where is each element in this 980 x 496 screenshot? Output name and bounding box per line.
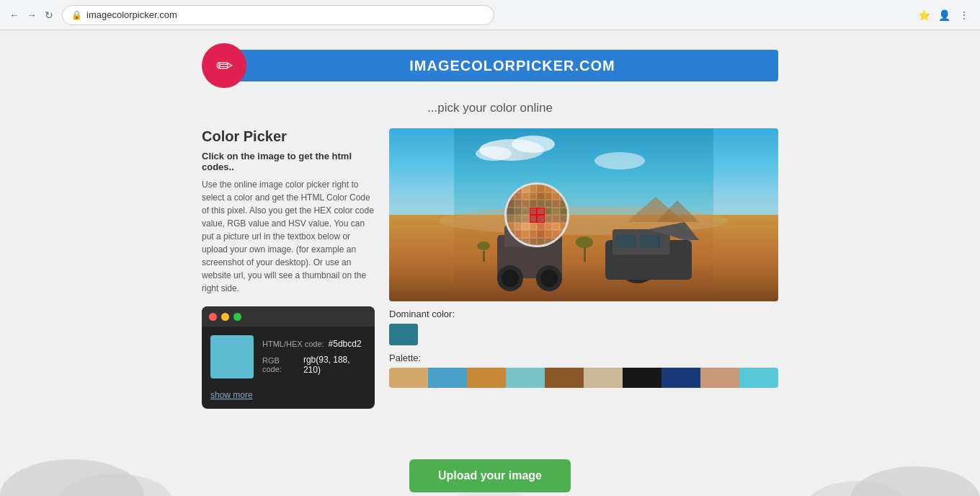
main-section: Color Picker Click on the image to get t…	[0, 128, 980, 409]
cloud-left2	[58, 474, 173, 496]
magnifier-grid	[507, 185, 567, 245]
rgb-value: rgb(93, 188, 210)	[303, 355, 366, 375]
image-container[interactable]	[389, 128, 778, 301]
palette-color-3	[506, 368, 545, 388]
palette-label: Palette:	[389, 353, 778, 363]
logo-icon: ✏	[216, 54, 233, 78]
right-panel: Dominant color: Palette:	[389, 128, 778, 388]
color-info-section: Dominant color: Palette:	[389, 301, 778, 388]
palette-color-7	[662, 368, 700, 388]
palette-color-1	[428, 368, 467, 388]
cloud-right	[850, 466, 980, 496]
svg-rect-14	[616, 235, 636, 248]
svg-point-23	[576, 236, 593, 248]
menu-btn[interactable]: ⋮	[956, 6, 973, 24]
cloud-right2	[807, 481, 908, 496]
upload-image-button[interactable]: Upload your image	[409, 459, 571, 492]
lock-icon: 🔒	[71, 10, 82, 20]
show-more-link[interactable]: show more	[202, 387, 375, 409]
desert-svg	[389, 128, 778, 301]
svg-point-19	[502, 270, 519, 287]
palette-color-5	[584, 368, 623, 388]
dot-red	[209, 313, 217, 321]
dominant-swatch	[389, 324, 418, 345]
url-text: imagecolorpicker.com	[86, 9, 177, 20]
code-display-box: HTML/HEX code: #5dbcd2 RGB code: rgb(93,…	[202, 306, 375, 409]
hex-value: #5dbcd2	[329, 339, 362, 349]
dot-green	[233, 313, 241, 321]
svg-point-4	[512, 136, 555, 153]
site-title-bar: IMAGECOLORPICKER.COM	[239, 50, 778, 81]
cloud-left	[0, 459, 144, 496]
svg-point-21	[540, 270, 558, 287]
rgb-row: RGB code: rgb(93, 188, 210)	[262, 355, 366, 375]
color-swatch	[210, 335, 254, 378]
hex-row: HTML/HEX code: #5dbcd2	[262, 339, 366, 349]
color-picker-description: Use the online image color picker right …	[202, 178, 375, 295]
logo-circle: ✏	[202, 43, 246, 88]
palette-color-4	[545, 368, 584, 388]
code-box-body: HTML/HEX code: #5dbcd2 RGB code: rgb(93,…	[202, 327, 375, 387]
upload-section: Upload your image We think data protecti…	[0, 438, 980, 496]
nav-buttons: ← → ↻	[7, 8, 56, 22]
svg-rect-15	[640, 235, 660, 248]
palette-color-8	[700, 368, 739, 388]
code-box-titlebar	[202, 306, 375, 327]
dominant-label: Dominant color:	[389, 309, 778, 319]
code-info: HTML/HEX code: #5dbcd2 RGB code: rgb(93,…	[262, 335, 366, 378]
browser-chrome: ← → ↻ 🔒 imagecolorpicker.com ⭐ 👤 ⋮	[0, 0, 980, 30]
svg-rect-24	[483, 251, 485, 262]
svg-rect-22	[584, 247, 586, 262]
extensions-btn[interactable]: ⭐	[915, 6, 932, 24]
magnifier	[504, 182, 569, 247]
palette-color-2	[467, 368, 506, 388]
tagline: ...pick your color online	[0, 101, 980, 115]
svg-point-25	[477, 242, 490, 250]
left-panel: Color Picker Click on the image to get t…	[202, 128, 375, 409]
palette-color-0	[389, 368, 428, 388]
address-bar[interactable]: 🔒 imagecolorpicker.com	[62, 5, 494, 25]
page-content: ✏ IMAGECOLORPICKER.COM ...pick your colo…	[0, 30, 980, 496]
svg-point-5	[476, 146, 512, 161]
color-picker-subtitle: Click on the image to get the html codes…	[202, 151, 375, 172]
palette-swatches	[389, 368, 778, 388]
refresh-button[interactable]: ↻	[42, 8, 56, 22]
svg-point-6	[594, 152, 645, 169]
rgb-label: RGB code:	[262, 356, 299, 373]
color-picker-title: Color Picker	[202, 128, 375, 145]
back-button[interactable]: ←	[7, 8, 22, 22]
desert-scene	[389, 128, 778, 301]
header: ✏ IMAGECOLORPICKER.COM	[0, 30, 980, 101]
dot-yellow	[221, 313, 229, 321]
forward-button[interactable]: →	[24, 8, 39, 22]
palette-color-6	[623, 368, 662, 388]
palette-color-9	[739, 368, 778, 388]
browser-actions: ⭐ 👤 ⋮	[915, 6, 973, 24]
site-title: IMAGECOLORPICKER.COM	[409, 58, 615, 74]
hex-label: HTML/HEX code:	[262, 340, 324, 348]
profile-btn[interactable]: 👤	[935, 6, 953, 24]
